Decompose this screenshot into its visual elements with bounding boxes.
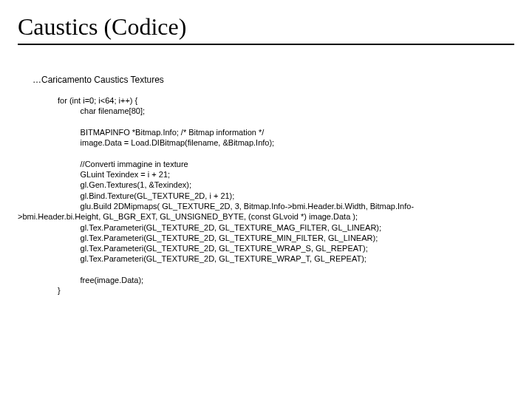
title-underline bbox=[18, 44, 514, 45]
code-block: for (int i=0; i<64; i++) { char filename… bbox=[58, 95, 514, 211]
code-block-continued: gl.Tex.Parameteri(GL_TEXTURE_2D, GL_TEXT… bbox=[58, 222, 514, 296]
slide-title: Caustics (Codice) bbox=[18, 13, 514, 41]
subtitle-text: …Caricamento Caustics Textures bbox=[33, 75, 514, 85]
code-line-wrapped: >bmi.Header.bi.Height, GL_BGR_EXT, GL_UN… bbox=[18, 211, 514, 222]
